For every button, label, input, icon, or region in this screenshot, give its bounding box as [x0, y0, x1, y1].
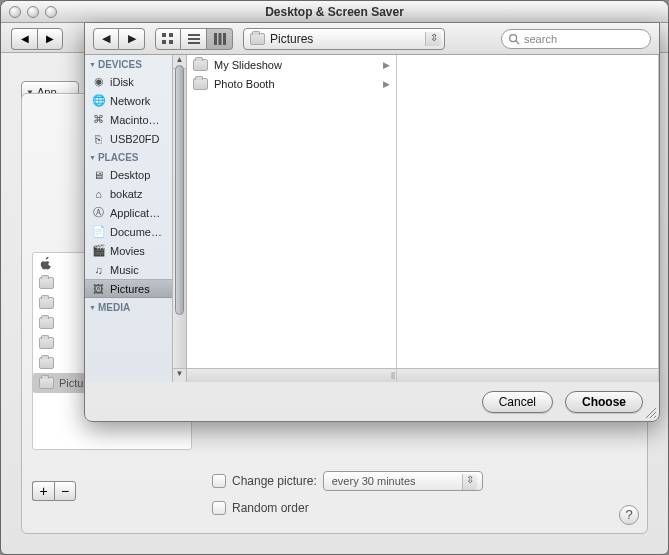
- svg-rect-0: [162, 33, 166, 37]
- column-1: My Slideshow ▶ Photo Booth ▶ ||: [187, 55, 397, 382]
- svg-rect-7: [214, 33, 217, 45]
- icon-view-button[interactable]: [155, 28, 181, 50]
- svg-rect-6: [188, 42, 200, 44]
- choose-button[interactable]: Choose: [565, 391, 643, 413]
- search-field[interactable]: search: [501, 29, 651, 49]
- svg-line-11: [516, 40, 519, 43]
- file-item-my-slideshow[interactable]: My Slideshow ▶: [187, 55, 396, 74]
- column-view-button[interactable]: [207, 28, 233, 50]
- sidebar-item-movies[interactable]: 🎬Movies: [85, 241, 172, 260]
- folder-icon: [250, 33, 265, 45]
- home-icon: ⌂: [91, 187, 106, 201]
- search-placeholder: search: [524, 33, 557, 45]
- sidebar-item-macintosh-hd[interactable]: ⌘Macinto…: [85, 110, 172, 129]
- random-order-label: Random order: [232, 501, 309, 515]
- idisk-icon: ◉: [91, 75, 106, 89]
- usb-icon: ⎘: [91, 132, 106, 146]
- sidebar: DEVICES ◉iDisk 🌐Network ⌘Macinto… ⎘USB20…: [85, 55, 187, 382]
- random-order-row: Random order: [212, 501, 309, 515]
- open-panel-sheet: ◀ ▶ Pictures search DEVICES ◉iDisk 🌐Netw…: [84, 22, 660, 422]
- sidebar-item-idisk[interactable]: ◉iDisk: [85, 72, 172, 91]
- window-title: Desktop & Screen Saver: [1, 5, 668, 19]
- music-icon: ♫: [91, 263, 106, 277]
- sidebar-scrollbar[interactable]: ▲ ▼: [172, 55, 186, 382]
- chevron-right-icon: ▶: [383, 79, 390, 89]
- sidebar-item-desktop[interactable]: 🖥Desktop: [85, 165, 172, 184]
- change-picture-row: Change picture: every 30 minutes: [212, 471, 483, 491]
- path-label: Pictures: [270, 32, 313, 46]
- sidebar-item-music[interactable]: ♫Music: [85, 260, 172, 279]
- add-remove-seg: + −: [32, 481, 76, 501]
- pref-nav-seg: ◀ ▶: [11, 28, 63, 48]
- list-view-button[interactable]: [181, 28, 207, 50]
- help-button[interactable]: ?: [619, 505, 639, 525]
- folder-icon: [39, 317, 54, 329]
- svg-rect-8: [218, 33, 221, 45]
- app-icon: Ⓐ: [91, 206, 106, 220]
- apple-icon: [39, 256, 53, 270]
- back-button[interactable]: ◀: [11, 28, 37, 50]
- movie-icon: 🎬: [91, 244, 106, 258]
- scroll-thumb[interactable]: [175, 65, 184, 315]
- sheet-body: DEVICES ◉iDisk 🌐Network ⌘Macinto… ⎘USB20…: [85, 55, 659, 382]
- doc-icon: 📄: [91, 225, 106, 239]
- sidebar-item-network[interactable]: 🌐Network: [85, 91, 172, 110]
- svg-point-10: [510, 34, 517, 41]
- sidebar-item-pictures[interactable]: 🖼Pictures: [85, 279, 172, 298]
- change-picture-value: every 30 minutes: [332, 475, 416, 487]
- svg-rect-2: [162, 40, 166, 44]
- resize-handle[interactable]: [644, 406, 656, 418]
- sheet-forward-button[interactable]: ▶: [119, 28, 145, 50]
- titlebar: Desktop & Screen Saver: [1, 1, 668, 23]
- scroll-down-icon[interactable]: ▼: [173, 368, 186, 382]
- sheet-footer: Cancel Choose: [85, 382, 659, 422]
- random-order-checkbox[interactable]: [212, 501, 226, 515]
- svg-rect-3: [169, 40, 173, 44]
- folder-icon: [193, 59, 208, 71]
- view-mode-seg: [155, 28, 233, 50]
- search-icon: [508, 33, 520, 45]
- sidebar-section-places[interactable]: PLACES: [85, 148, 172, 165]
- pictures-icon: 🖼: [91, 282, 106, 296]
- file-item-photo-booth[interactable]: Photo Booth ▶: [187, 74, 396, 93]
- globe-icon: 🌐: [91, 94, 106, 108]
- sheet-toolbar: ◀ ▶ Pictures search: [85, 23, 659, 55]
- desktop-icon: 🖥: [91, 168, 106, 182]
- column-2: [397, 55, 659, 382]
- svg-rect-9: [223, 33, 226, 45]
- sidebar-item-applications[interactable]: ⒶApplicat…: [85, 203, 172, 222]
- folder-icon: [39, 337, 54, 349]
- sheet-back-button[interactable]: ◀: [93, 28, 119, 50]
- svg-rect-5: [188, 38, 200, 40]
- column-2-hscroll[interactable]: [397, 368, 658, 382]
- hdd-icon: ⌘: [91, 113, 106, 127]
- sidebar-section-media[interactable]: MEDIA: [85, 298, 172, 315]
- cancel-button[interactable]: Cancel: [482, 391, 553, 413]
- sheet-nav-seg: ◀ ▶: [93, 28, 145, 50]
- sidebar-item-usb[interactable]: ⎘USB20FD: [85, 129, 172, 148]
- folder-icon: [39, 377, 54, 389]
- sidebar-item-home[interactable]: ⌂bokatz: [85, 184, 172, 203]
- folder-icon: [39, 277, 54, 289]
- folder-icon: [193, 78, 208, 90]
- column-1-hscroll[interactable]: [187, 368, 396, 382]
- sidebar-section-devices[interactable]: DEVICES: [85, 55, 172, 72]
- chevron-right-icon: ▶: [383, 60, 390, 70]
- remove-button[interactable]: −: [54, 481, 76, 501]
- forward-button[interactable]: ▶: [37, 28, 63, 50]
- svg-rect-4: [188, 34, 200, 36]
- change-picture-popup[interactable]: every 30 minutes: [323, 471, 483, 491]
- folder-icon: [39, 297, 54, 309]
- add-button[interactable]: +: [32, 481, 54, 501]
- path-popup[interactable]: Pictures: [243, 28, 445, 50]
- sidebar-item-documents[interactable]: 📄Docume…: [85, 222, 172, 241]
- column-resize-handle[interactable]: ||: [389, 368, 397, 382]
- change-picture-label: Change picture:: [232, 474, 317, 488]
- svg-rect-1: [169, 33, 173, 37]
- folder-icon: [39, 357, 54, 369]
- change-picture-checkbox[interactable]: [212, 474, 226, 488]
